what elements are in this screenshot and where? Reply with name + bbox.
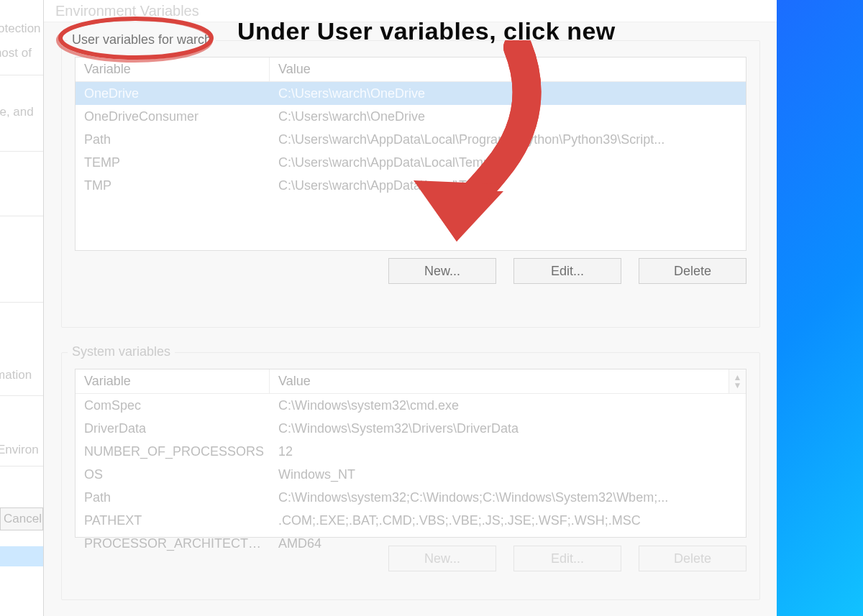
- cell-variable: PROCESSOR_ARCHITECTURE: [76, 536, 270, 551]
- system-variables-legend: System variables: [68, 344, 175, 359]
- cell-value: .COM;.EXE;.BAT;.CMD;.VBS;.VBE;.JS;.JSE;.…: [270, 513, 746, 528]
- system-delete-button[interactable]: Delete: [639, 546, 746, 571]
- col-header-value[interactable]: Value: [270, 374, 729, 389]
- table-row[interactable]: OSWindows_NT: [76, 463, 746, 486]
- table-row[interactable]: PathC:\Users\warch\AppData\Local\Program…: [76, 128, 746, 151]
- dialog-title: Environment Variables: [55, 0, 199, 22]
- user-delete-button[interactable]: Delete: [639, 258, 746, 284]
- table-row[interactable]: OneDriveC:\Users\warch\OneDrive: [76, 82, 746, 105]
- bg-frag-5: Environ: [0, 441, 39, 459]
- cell-variable: TMP: [76, 178, 270, 193]
- cell-value: C:\Windows\system32;C:\Windows;C:\Window…: [270, 490, 746, 505]
- cell-variable: DriverData: [76, 421, 270, 436]
- system-new-button[interactable]: New...: [388, 546, 496, 571]
- user-table-header: Variable Value: [76, 58, 746, 82]
- cell-variable: OS: [76, 467, 270, 482]
- cell-variable: TEMP: [76, 155, 270, 170]
- system-variables-group: System variables Variable Value ▲ ▼ ComS…: [61, 352, 760, 600]
- cell-variable: Path: [76, 132, 270, 147]
- cell-variable: OneDriveConsumer: [76, 109, 270, 124]
- col-header-variable[interactable]: Variable: [76, 58, 270, 81]
- table-row[interactable]: DriverDataC:\Windows\System32\Drivers\Dr…: [76, 417, 746, 440]
- cell-variable: NUMBER_OF_PROCESSORS: [76, 444, 270, 459]
- cell-variable: Path: [76, 490, 270, 505]
- table-row[interactable]: ComSpecC:\Windows\system32\cmd.exe: [76, 394, 746, 417]
- cell-variable: ComSpec: [76, 398, 270, 413]
- table-row[interactable]: TEMPC:\Users\warch\AppData\Local\Temp: [76, 151, 746, 174]
- col-header-variable[interactable]: Variable: [76, 369, 270, 393]
- cell-value: Windows_NT: [270, 467, 746, 482]
- scroll-down-icon[interactable]: ▼: [734, 380, 742, 390]
- system-edit-button[interactable]: Edit...: [513, 546, 621, 571]
- bg-cancel-button: Cancel: [0, 507, 43, 530]
- user-variables-legend: User variables for warch: [68, 32, 216, 47]
- user-variables-group: User variables for warch Variable Value …: [61, 40, 760, 328]
- background-window: Protection e most of ge, and ormation En…: [0, 0, 43, 616]
- table-row[interactable]: PATHEXT.COM;.EXE;.BAT;.CMD;.VBS;.VBE;.JS…: [76, 509, 746, 532]
- user-new-button[interactable]: New...: [388, 258, 496, 284]
- cell-variable: OneDrive: [76, 86, 270, 101]
- cell-value: C:\Users\warch\AppData\Local\Temp: [270, 155, 746, 170]
- bg-frag-4: ormation: [0, 367, 32, 384]
- table-row[interactable]: PathC:\Windows\system32;C:\Windows;C:\Wi…: [76, 486, 746, 509]
- bg-frag-3: ge, and: [0, 104, 34, 121]
- cell-value: C:\Users\warch\AppData\Local\Temp: [270, 178, 746, 193]
- table-row[interactable]: OneDriveConsumerC:\Users\warch\OneDrive: [76, 105, 746, 128]
- cell-variable: PATHEXT: [76, 513, 270, 528]
- system-vars-button-row: New... Edit... Delete: [388, 546, 746, 574]
- cell-value: C:\Users\warch\AppData\Local\Programs\Py…: [270, 132, 746, 147]
- cell-value: C:\Users\warch\OneDrive: [270, 86, 746, 101]
- system-table-header: Variable Value ▲ ▼: [76, 369, 746, 394]
- desktop-background: [777, 0, 863, 616]
- bg-highlight: [0, 546, 43, 566]
- cell-value: C:\Windows\System32\Drivers\DriverData: [270, 421, 746, 436]
- user-variables-table[interactable]: Variable Value OneDriveC:\Users\warch\On…: [75, 57, 746, 251]
- bg-frag-2: e most of: [0, 45, 32, 62]
- table-row[interactable]: TMPC:\Users\warch\AppData\Local\Temp: [76, 174, 746, 197]
- col-header-value[interactable]: Value: [270, 62, 746, 77]
- user-vars-button-row: New... Edit... Delete: [388, 258, 746, 287]
- cell-value: C:\Windows\system32\cmd.exe: [270, 398, 746, 413]
- environment-variables-dialog: Environment Variables User variables for…: [43, 0, 777, 616]
- user-edit-button[interactable]: Edit...: [513, 258, 621, 284]
- cell-value: 12: [270, 444, 746, 459]
- system-variables-table[interactable]: Variable Value ▲ ▼ ComSpecC:\Windows\sys…: [75, 369, 746, 538]
- scrollbar[interactable]: ▲ ▼: [729, 369, 746, 393]
- bg-frag-1: Protection: [0, 20, 41, 37]
- cell-value: C:\Users\warch\OneDrive: [270, 109, 746, 124]
- table-row[interactable]: NUMBER_OF_PROCESSORS12: [76, 440, 746, 463]
